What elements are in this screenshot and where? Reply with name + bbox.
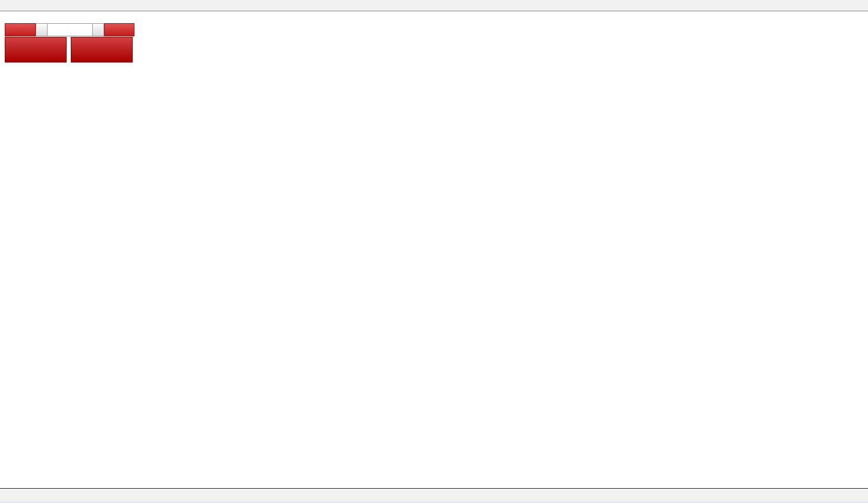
volume-input[interactable]: [48, 23, 92, 36]
chart-tab-bar: [0, 488, 868, 503]
volume-decrease-button[interactable]: [36, 23, 48, 36]
terminal-window: [0, 0, 868, 503]
chart-canvas[interactable]: [0, 0, 868, 488]
one-click-trade-widget: [5, 23, 134, 63]
buy-price-button[interactable]: [71, 37, 133, 63]
buy-button[interactable]: [104, 23, 134, 36]
sell-price-button[interactable]: [5, 37, 67, 63]
volume-increase-button[interactable]: [92, 23, 104, 36]
sell-button[interactable]: [5, 23, 36, 36]
